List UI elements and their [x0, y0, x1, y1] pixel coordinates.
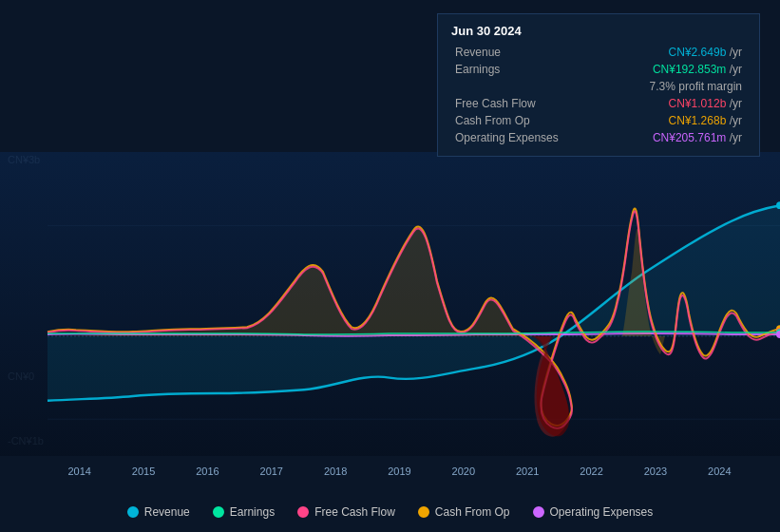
tooltip-value-revenue: CN¥2.649b /yr	[584, 44, 746, 61]
tooltip-label-earnings: Earnings	[451, 61, 584, 78]
tooltip-value-fcf: CN¥1.012b /yr	[584, 95, 746, 112]
x-label-2017: 2017	[260, 466, 283, 477]
x-label-2021: 2021	[516, 466, 539, 477]
legend-label-fcf: Free Cash Flow	[314, 505, 395, 519]
x-label-2016: 2016	[196, 466, 219, 477]
chart-svg	[0, 152, 780, 456]
x-label-2015: 2015	[132, 466, 155, 477]
legend-dot-opex	[533, 506, 544, 518]
tooltip-label-margin	[451, 78, 584, 95]
legend-item-fcf[interactable]: Free Cash Flow	[297, 505, 395, 519]
legend-dot-revenue	[127, 506, 139, 518]
x-axis-labels: 2014 2015 2016 2017 2018 2019 2020 2021 …	[0, 466, 780, 477]
x-label-2014: 2014	[67, 466, 90, 477]
legend-item-opex[interactable]: Operating Expenses	[533, 505, 654, 519]
tooltip-label-opex: Operating Expenses	[451, 129, 584, 146]
tooltip-row-fcf: Free Cash Flow CN¥1.012b /yr	[451, 95, 746, 112]
tooltip-date: Jun 30 2024	[451, 24, 746, 38]
legend-label-earnings: Earnings	[230, 505, 275, 519]
legend-item-earnings[interactable]: Earnings	[213, 505, 275, 519]
tooltip-label-fcf: Free Cash Flow	[451, 95, 584, 112]
tooltip-label-cashfromop: Cash From Op	[451, 112, 584, 129]
tooltip-row-earnings: Earnings CN¥192.853m /yr	[451, 61, 746, 78]
tooltip-panel: Jun 30 2024 Revenue CN¥2.649b /yr Earnin…	[437, 13, 760, 157]
tooltip-value-margin: 7.3% profit margin	[584, 78, 746, 95]
legend-dot-earnings	[213, 506, 224, 518]
tooltip-label-revenue: Revenue	[451, 44, 584, 61]
tooltip-row-cashfromop: Cash From Op CN¥1.268b /yr	[451, 112, 746, 129]
tooltip-table: Revenue CN¥2.649b /yr Earnings CN¥192.85…	[451, 44, 746, 146]
legend-dot-cashfromop	[418, 506, 429, 518]
chart-legend: Revenue Earnings Free Cash Flow Cash Fro…	[0, 505, 780, 519]
legend-dot-fcf	[297, 506, 309, 518]
tooltip-row-opex: Operating Expenses CN¥205.761m /yr	[451, 129, 746, 146]
tooltip-row-revenue: Revenue CN¥2.649b /yr	[451, 44, 746, 61]
legend-label-cashfromop: Cash From Op	[435, 505, 510, 519]
tooltip-value-earnings: CN¥192.853m /yr	[584, 61, 746, 78]
x-label-2018: 2018	[324, 466, 347, 477]
x-label-2022: 2022	[580, 466, 602, 477]
legend-item-revenue[interactable]: Revenue	[127, 505, 190, 519]
tooltip-value-cashfromop: CN¥1.268b /yr	[584, 112, 746, 129]
chart-container: Jun 30 2024 Revenue CN¥2.649b /yr Earnin…	[0, 0, 780, 532]
x-label-2024: 2024	[708, 466, 731, 477]
tooltip-row-margin: 7.3% profit margin	[451, 78, 746, 95]
x-label-2019: 2019	[388, 466, 410, 477]
x-label-2023: 2023	[644, 466, 667, 477]
legend-label-opex: Operating Expenses	[550, 505, 654, 519]
legend-item-cashfromop[interactable]: Cash From Op	[418, 505, 510, 519]
x-label-2020: 2020	[452, 466, 475, 477]
tooltip-value-opex: CN¥205.761m /yr	[584, 129, 746, 146]
legend-label-revenue: Revenue	[144, 505, 190, 519]
